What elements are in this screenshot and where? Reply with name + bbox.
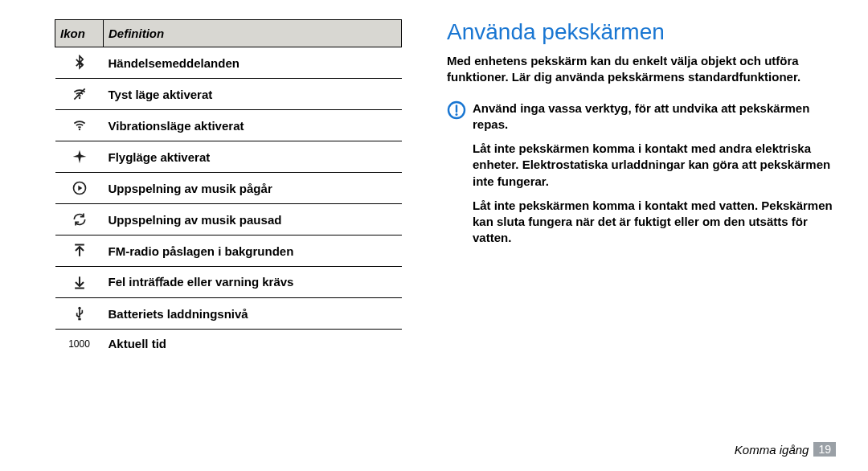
- table-row: FM-radio påslagen i bakgrunden: [55, 236, 402, 267]
- table-row: 1000Aktuell tid: [55, 330, 402, 358]
- table-row: Uppspelning av musik pausad: [55, 204, 402, 236]
- definition-cell: Händelsemeddelanden: [104, 47, 402, 79]
- page-title: Använda pekskärmen: [447, 19, 836, 45]
- footer: Komma igång 19: [735, 442, 836, 457]
- col-def: Definition: [104, 20, 402, 47]
- table-row: Batteriets laddningsnivå: [55, 298, 402, 330]
- sync-icon: [55, 204, 104, 236]
- definition-cell: Batteriets laddningsnivå: [104, 298, 402, 330]
- icon-definition-table: Ikon Definition HändelsemeddelandenTyst …: [55, 19, 402, 358]
- warning-item: Låt inte pekskärmen komma i kontakt med …: [473, 141, 836, 190]
- col-icon: Ikon: [55, 20, 104, 47]
- definition-cell: Fel inträﬀade eller varning krävs: [104, 267, 402, 298]
- arrow-down-icon: [55, 267, 104, 298]
- svg-point-11: [456, 113, 458, 116]
- table-row: Händelsemeddelanden: [55, 47, 402, 79]
- table-row: Fel inträﬀade eller varning krävs: [55, 267, 402, 298]
- warning-icon: [447, 100, 473, 123]
- definition-cell: Flygläge aktiverat: [104, 141, 402, 173]
- play-icon: [55, 173, 104, 204]
- table-row: Flygläge aktiverat: [55, 141, 402, 173]
- bluetooth-icon: [55, 47, 104, 79]
- intro-text: Med enhetens pekskärm kan du enkelt välj…: [447, 53, 836, 86]
- svg-rect-8: [78, 318, 80, 321]
- warning-item: Använd inga vassa verktyg, för att undvi…: [473, 100, 836, 133]
- definition-cell: FM-radio påslagen i bakgrunden: [104, 236, 402, 267]
- definition-cell: Tyst läge aktiverat: [104, 79, 402, 110]
- wifi-icon: [55, 110, 104, 141]
- footer-text: Komma igång: [735, 443, 809, 457]
- usb-icon: [55, 298, 104, 330]
- wifi-mute-icon: [55, 79, 104, 110]
- svg-point-2: [78, 129, 80, 130]
- table-row: Vibrationsläge aktiverat: [55, 110, 402, 141]
- table-row: Uppspelning av musik pågår: [55, 173, 402, 204]
- svg-marker-4: [78, 186, 82, 191]
- time-icon: 1000: [55, 330, 104, 358]
- arrow-up-icon: [55, 236, 104, 267]
- definition-cell: Aktuell tid: [104, 330, 402, 358]
- definition-cell: Uppspelning av musik pausad: [104, 204, 402, 236]
- table-row: Tyst läge aktiverat: [55, 79, 402, 110]
- warning-item: Låt inte pekskärmen komma i kontakt med …: [473, 198, 836, 247]
- svg-point-0: [78, 97, 80, 99]
- definition-cell: Vibrationsläge aktiverat: [104, 110, 402, 141]
- definition-cell: Uppspelning av musik pågår: [104, 173, 402, 204]
- airplane-icon: [55, 141, 104, 173]
- page-number: 19: [813, 442, 836, 457]
